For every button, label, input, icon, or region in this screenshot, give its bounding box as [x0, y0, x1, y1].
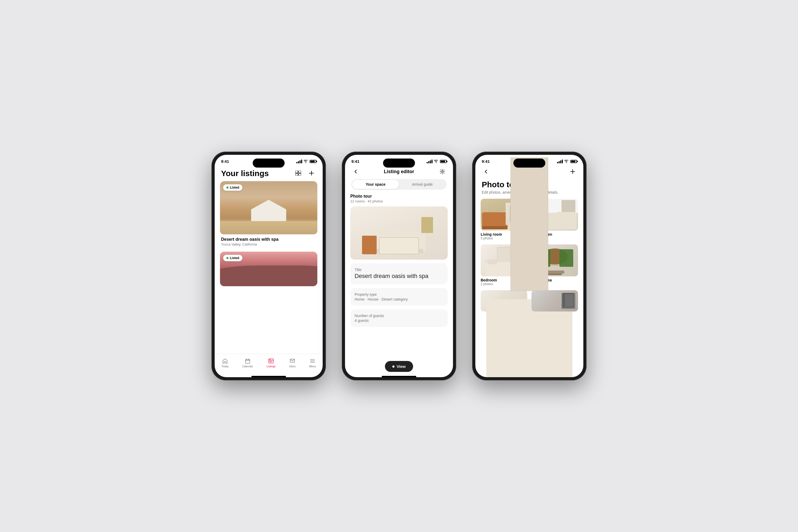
- signal-icon-3: [557, 159, 563, 163]
- room-6[interactable]: [531, 290, 578, 313]
- listings-icon: [268, 358, 274, 364]
- editor-title: Listing editor: [384, 169, 414, 174]
- nav-menu-label: Menu: [309, 365, 316, 368]
- nav-inbox-label: Inbox: [289, 365, 296, 368]
- listing-image-1: Listed: [220, 181, 317, 234]
- listings-scroll: Listed Desert dream oasis with spa Yucca…: [215, 179, 323, 354]
- svg-rect-4: [246, 359, 250, 363]
- room5-frame: [510, 290, 527, 291]
- nav-calendar[interactable]: Calendar: [240, 357, 255, 369]
- bottom-nav: Today Calendar: [215, 354, 323, 374]
- tab-toggle: Your space Arrival guide: [352, 179, 446, 190]
- property-type-value: Home · House · Desert category: [355, 297, 443, 301]
- listing-card-2[interactable]: Listed: [220, 252, 317, 286]
- photo-tour-preview[interactable]: [350, 206, 448, 260]
- svg-rect-3: [299, 173, 301, 175]
- time-1: 9:41: [221, 159, 229, 164]
- title-label: Title: [355, 268, 443, 272]
- add-photo-button[interactable]: [568, 167, 577, 176]
- dynamic-island: [253, 158, 285, 168]
- listings-title: Your listings: [221, 169, 269, 178]
- listed-dot-2: [226, 257, 228, 259]
- battery-icon: [310, 160, 316, 163]
- signal-icon: [296, 159, 302, 163]
- property-type-section[interactable]: Property type Home · House · Desert cate…: [350, 288, 448, 306]
- listing-image-2: Listed: [220, 252, 317, 286]
- title-value: Desert dream oasis with spa: [355, 272, 443, 280]
- svg-rect-6: [269, 359, 270, 360]
- guests-value: 4 guests: [355, 318, 443, 323]
- room5-bed: [486, 299, 527, 311]
- preview-pillow: [375, 249, 423, 253]
- property-type-label: Property type: [355, 292, 443, 297]
- room6-image: [531, 290, 578, 311]
- nav-menu[interactable]: Menu: [306, 357, 318, 369]
- home-icon: [222, 358, 228, 364]
- wifi-icon: [304, 160, 308, 163]
- wifi-icon-2: [434, 160, 438, 163]
- room5-image: [481, 290, 527, 311]
- tab-your-space[interactable]: Your space: [352, 180, 399, 189]
- phone-listings: 9:41: [211, 152, 326, 380]
- battery-icon-3: [570, 160, 577, 163]
- battery-icon-2: [440, 160, 446, 163]
- photo-row-3: [481, 290, 578, 313]
- home-indicator-2: [382, 376, 416, 377]
- pillow-l: [488, 259, 497, 264]
- title-section[interactable]: Title Desert dream oasis with spa: [350, 263, 448, 284]
- photo-tour-section-label: Photo tour: [350, 194, 448, 199]
- listed-badge-1: Listed: [223, 184, 242, 191]
- dynamic-island-3: [513, 158, 545, 168]
- fridge: [562, 200, 576, 212]
- listed-dot-1: [226, 187, 228, 189]
- phone-editor: 9:41: [342, 152, 456, 380]
- view-dot: [392, 365, 395, 367]
- listed-badge-2: Listed: [223, 255, 242, 261]
- svg-rect-0: [295, 171, 298, 173]
- menu-icon: [309, 358, 316, 364]
- back-button[interactable]: [352, 167, 360, 176]
- settings-button[interactable]: [438, 167, 446, 176]
- back-button-3[interactable]: [482, 167, 490, 176]
- nav-today[interactable]: Today: [219, 357, 231, 369]
- inbox-icon: [289, 358, 296, 364]
- svg-rect-2: [295, 173, 298, 175]
- guests-section[interactable]: Number of guests 4 guests: [350, 309, 448, 327]
- grid-button[interactable]: [293, 168, 303, 178]
- time-3: 9:41: [482, 159, 490, 164]
- svg-point-7: [441, 171, 443, 172]
- dynamic-island-2: [383, 158, 415, 168]
- nav-listings-label: Listings: [267, 365, 276, 368]
- room-5[interactable]: [481, 290, 527, 313]
- room5-bg: [481, 290, 527, 311]
- view-button[interactable]: View: [385, 361, 413, 372]
- photo-tour-section: Photo tour 12 rooms · 42 photos: [350, 194, 448, 260]
- room6-bg: [531, 290, 578, 311]
- time-2: 9:41: [352, 159, 359, 164]
- preview-lamp: [421, 217, 433, 233]
- status-icons-1: [296, 159, 316, 163]
- tab-arrival-guide[interactable]: Arrival guide: [399, 180, 446, 189]
- phone-photo-tour: 9:41: [472, 152, 587, 380]
- listing-location-1: Yucca Valley, California: [221, 242, 316, 246]
- nav-inbox[interactable]: Inbox: [286, 357, 298, 369]
- chair-2: [559, 249, 573, 267]
- add-listing-button[interactable]: [307, 168, 316, 178]
- signal-icon-2: [427, 159, 433, 163]
- table-leg: [548, 272, 562, 275]
- nav-listings[interactable]: Listings: [264, 357, 278, 369]
- listing-info-1: Desert dream oasis with spa Yucca Valley…: [220, 234, 317, 247]
- preview-plant: [362, 236, 377, 254]
- home-indicator-1: [251, 376, 286, 377]
- wifi-icon-3: [565, 160, 569, 163]
- photo-tour-section-sub: 12 rooms · 42 photos: [350, 199, 448, 203]
- staircase-rail: [565, 294, 573, 307]
- status-icons-2: [427, 159, 446, 163]
- listing-name-1: Desert dream oasis with spa: [221, 237, 316, 242]
- bedroom-frame: [497, 247, 511, 263]
- nav-today-label: Today: [222, 365, 229, 368]
- editor-content: Photo tour 12 rooms · 42 photos Title De…: [345, 194, 453, 374]
- nav-calendar-label: Calendar: [242, 365, 253, 368]
- listing-card-1[interactable]: Listed Desert dream oasis with spa Yucca…: [220, 181, 317, 247]
- preview-bed: [372, 231, 425, 252]
